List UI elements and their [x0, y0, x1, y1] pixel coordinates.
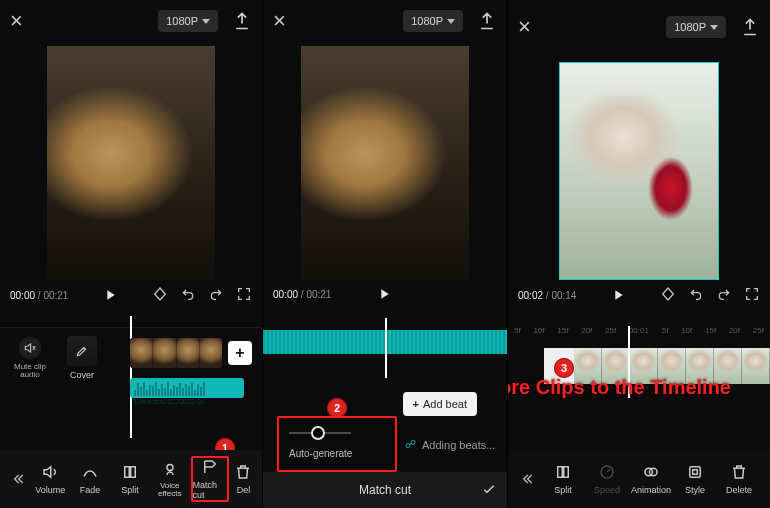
callout-headline: Add More Clips to the Timeline [507, 376, 770, 399]
delete-label: Delete [726, 485, 752, 495]
add-beat-label: Add beat [423, 398, 467, 410]
edit-icon [67, 336, 97, 366]
video-preview[interactable] [301, 46, 469, 280]
speed-button[interactable]: Speed [586, 456, 628, 502]
speed-label: Speed [594, 485, 620, 495]
split-button[interactable]: Split [542, 456, 584, 502]
resolution-label: 1080P [411, 15, 443, 27]
svg-rect-4 [564, 467, 569, 478]
time-display: 00:00 / 00:21 [10, 290, 68, 301]
bottom-toolbar: Volume Fade Split Voice effects Match cu… [0, 450, 262, 508]
link-icon: ☍ [405, 438, 416, 451]
fade-label: Fade [80, 485, 101, 495]
callout-badge-3: 3 [554, 358, 574, 378]
time-row: 00:00 / 00:21 [0, 280, 262, 308]
svg-rect-8 [690, 467, 701, 478]
resolution-label: 1080P [166, 15, 198, 27]
time-total: 00:14 [551, 290, 576, 301]
confirm-check-icon[interactable] [481, 481, 497, 500]
auto-generate-slider[interactable] [289, 426, 351, 440]
svg-point-2 [167, 465, 173, 471]
top-bar: × 1080P [0, 0, 262, 42]
timeline-ruler: 5f10f15f20f25f00:015f10f15f20f25f [508, 326, 770, 342]
export-icon[interactable] [740, 17, 760, 37]
style-button[interactable]: Style [674, 456, 716, 502]
auto-generate-label: Auto-generate [289, 448, 385, 459]
bottom-toolbar: Split Speed Animation Style Delete [508, 450, 770, 508]
chevron-down-icon [710, 25, 718, 30]
add-beat-button[interactable]: + Add beat [403, 392, 477, 416]
close-icon[interactable]: × [273, 8, 286, 34]
redo-icon[interactable] [208, 286, 224, 304]
cover-button[interactable]: Cover [62, 336, 102, 380]
voice-effects-label: Voice effects [151, 482, 189, 498]
auto-generate-control[interactable]: Auto-generate [277, 416, 397, 472]
close-icon[interactable]: × [518, 14, 531, 40]
video-preview[interactable] [47, 46, 215, 280]
mute-clip-audio-button[interactable]: Mute clip audio [8, 337, 52, 379]
back-chevron-icon[interactable] [514, 459, 540, 499]
back-chevron-icon[interactable] [6, 459, 29, 499]
time-total: 00:21 [306, 289, 331, 300]
chevron-down-icon [447, 19, 455, 24]
keyframe-icon[interactable] [660, 286, 676, 304]
match-cut-title: Match cut [359, 483, 411, 497]
voice-effects-button[interactable]: Voice effects [151, 456, 189, 502]
undo-icon[interactable] [180, 286, 196, 304]
adding-beats-status: ☍ Adding beats... [405, 438, 495, 451]
playhead[interactable] [385, 318, 387, 378]
resolution-dropdown[interactable]: 1080P [158, 10, 218, 32]
callout-badge-2: 2 [327, 398, 347, 418]
volume-button[interactable]: Volume [31, 456, 69, 502]
export-icon[interactable] [477, 11, 497, 31]
time-current: 00:00 [273, 289, 298, 300]
chevron-down-icon [202, 19, 210, 24]
panel-2: × 1080P 00:00 / 00:21 2 + Add beat [262, 0, 507, 508]
play-button[interactable] [102, 287, 118, 303]
time-row: 00:02 / 00:14 [508, 280, 770, 308]
resolution-label: 1080P [674, 21, 706, 33]
play-button[interactable] [376, 286, 392, 302]
top-right-controls: 1080P [158, 10, 252, 32]
export-icon[interactable] [232, 11, 252, 31]
timeline[interactable]: Mute clip audio Cover + Extracted2022082… [0, 308, 262, 438]
match-cut-bar: Match cut [263, 472, 507, 508]
audio-clip-label: Extracted20220823-01 [134, 398, 205, 405]
animation-label: Animation [631, 485, 671, 495]
close-icon[interactable]: × [10, 8, 23, 34]
panel-1: × 1080P 00:00 / 00:21 [0, 0, 262, 508]
play-button[interactable] [610, 287, 626, 303]
cover-label: Cover [70, 370, 94, 380]
undo-icon[interactable] [688, 286, 704, 304]
fullscreen-icon[interactable] [236, 286, 252, 304]
fade-button[interactable]: Fade [71, 456, 109, 502]
time-row: 00:00 / 00:21 [263, 280, 507, 306]
resolution-dropdown[interactable]: 1080P [666, 16, 726, 38]
audio-clip[interactable] [130, 378, 244, 398]
redo-icon[interactable] [716, 286, 732, 304]
match-cut-label: Match cut [193, 480, 227, 500]
speaker-mute-icon [19, 337, 41, 359]
slider-knob-icon[interactable] [311, 426, 325, 440]
fullscreen-icon[interactable] [744, 286, 760, 304]
adding-beats-label: Adding beats... [422, 439, 495, 451]
delete-button[interactable]: Delete [718, 456, 760, 502]
keyframe-icon[interactable] [152, 286, 168, 304]
volume-label: Volume [35, 485, 65, 495]
match-cut-button[interactable]: Match cut [191, 456, 229, 502]
svg-rect-0 [125, 467, 130, 478]
video-preview[interactable] [559, 62, 719, 280]
time-current: 00:00 [10, 290, 35, 301]
top-bar: × 1080P [263, 0, 507, 42]
split-button[interactable]: Split [111, 456, 149, 502]
time-current: 00:02 [518, 290, 543, 301]
video-clip[interactable] [130, 338, 222, 368]
split-label: Split [121, 485, 139, 495]
resolution-dropdown[interactable]: 1080P [403, 10, 463, 32]
panel-3: × 1080P 00:02 / 00:14 [507, 0, 770, 508]
add-clip-button[interactable]: + [228, 341, 252, 365]
time-total: 00:21 [43, 290, 68, 301]
svg-rect-3 [558, 467, 563, 478]
animation-button[interactable]: Animation [630, 456, 672, 502]
delete-button[interactable]: Del [231, 456, 256, 502]
